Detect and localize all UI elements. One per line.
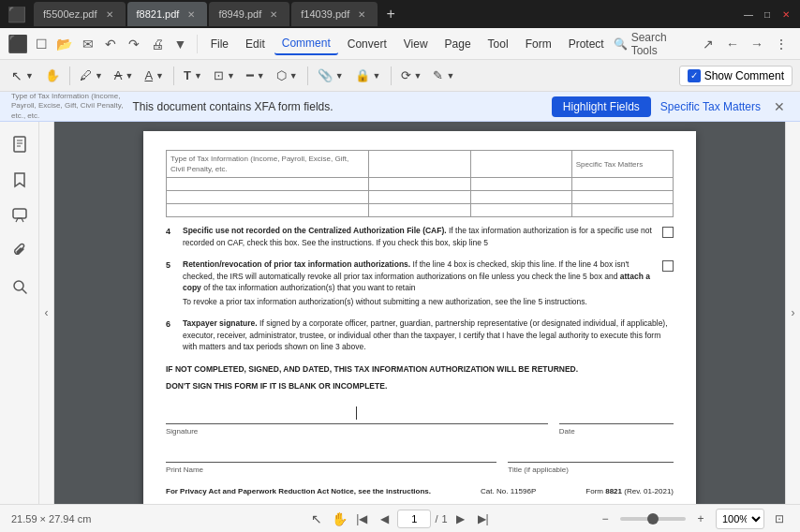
page-number-input[interactable] <box>397 510 431 528</box>
tab-f14039[interactable]: f14039.pdf ✕ <box>291 2 378 26</box>
new-tab-button[interactable]: + <box>379 3 402 25</box>
line-dropdown-icon: ▼ <box>257 71 265 81</box>
hand-tool-button[interactable]: ✋ <box>330 510 348 528</box>
underline-dropdown-icon: ▼ <box>156 71 164 81</box>
sidebar-icon-search[interactable] <box>5 272 35 302</box>
tab-close-f5500ez[interactable]: ✕ <box>103 7 116 21</box>
menu-file[interactable]: File <box>203 34 236 54</box>
show-comment-button[interactable]: ✓ Show Comment <box>679 66 793 86</box>
tool-pan[interactable]: ✋ <box>41 64 64 88</box>
tab-close-f14039[interactable]: ✕ <box>355 7 368 21</box>
tab-f5500ez[interactable]: f5500ez.pdf ✕ <box>34 2 126 26</box>
tool-highlight[interactable]: 🖊 ▼ <box>76 64 107 88</box>
tab-f8821[interactable]: f8821.pdf ✕ <box>127 2 208 26</box>
fit-window-button[interactable]: ⊡ <box>770 510 789 528</box>
sidebar-icon-bookmarks[interactable] <box>5 165 35 195</box>
customize-icon[interactable]: ▼ <box>170 33 191 55</box>
document-area[interactable]: Type of Tax Information (Income, Payroll… <box>54 122 785 504</box>
first-page-button[interactable]: |◀ <box>352 510 371 528</box>
text-icon: T <box>184 68 191 82</box>
svg-line-6 <box>22 289 26 293</box>
print-icon[interactable]: 🖨 <box>146 33 168 55</box>
maximize-button[interactable]: □ <box>761 7 774 21</box>
tool-attach[interactable]: 📎 ▼ <box>314 64 348 88</box>
minimize-button[interactable]: — <box>742 7 755 21</box>
more-options-icon[interactable]: ⋮ <box>770 33 793 55</box>
prev-page-button[interactable]: ◀ <box>375 510 393 528</box>
shapes-dropdown-icon: ▼ <box>289 71 298 81</box>
notification-above-text2: Payroll, Excise, Gift, Civil Penalty, <box>11 101 123 111</box>
tool-more[interactable]: ⟳ ▼ <box>397 64 426 88</box>
signature-line <box>166 404 548 424</box>
nav-back-icon[interactable]: ← <box>721 33 744 55</box>
table-row <box>167 178 674 191</box>
tab-close-f8821[interactable]: ✕ <box>185 7 198 21</box>
table-row <box>167 204 674 217</box>
sidebar-icon-pages[interactable] <box>5 129 35 159</box>
tool-text[interactable]: T ▼ <box>180 64 206 88</box>
tab-close-f8949[interactable]: ✕ <box>267 7 280 21</box>
nav-forward-icon[interactable]: → <box>746 33 768 55</box>
zoom-slider[interactable] <box>620 517 686 521</box>
redo-icon[interactable]: ↷ <box>124 33 145 55</box>
menu-convert[interactable]: Convert <box>340 34 394 54</box>
right-panel-collapse[interactable]: › <box>785 122 800 504</box>
table-row <box>167 191 674 204</box>
more-dropdown-icon: ▼ <box>414 71 422 81</box>
menu-view[interactable]: View <box>396 34 436 54</box>
tool-callout[interactable]: ⊡ ▼ <box>210 64 239 88</box>
section-6-content: Taxpayer signature. If signed by a corpo… <box>183 318 674 353</box>
tool-underline[interactable]: A ▼ <box>141 64 168 88</box>
tab-f8949[interactable]: f8949.pdf ✕ <box>209 2 289 26</box>
specific-tax-link[interactable]: Specific Tax Matters <box>660 100 761 113</box>
section-4-checkbox[interactable] <box>662 227 674 238</box>
shapes-icon: ⬡ <box>276 68 287 82</box>
zoom-in-button[interactable]: + <box>691 510 710 528</box>
tool-edit[interactable]: ✎ ▼ <box>429 64 458 88</box>
close-notification-button[interactable]: ✕ <box>770 97 789 116</box>
close-button[interactable]: ✕ <box>779 7 793 21</box>
tool-shapes[interactable]: ⬡ ▼ <box>273 64 302 88</box>
toolbar-sep-4 <box>391 66 392 85</box>
tool-line[interactable]: ━ ▼ <box>243 64 269 88</box>
date-label: Date <box>559 426 674 436</box>
window-controls: — □ ✕ <box>742 7 793 21</box>
tool-select[interactable]: ↖ ▼ <box>7 64 37 88</box>
sidebar-icon-comments[interactable] <box>5 200 35 230</box>
stamp-icon: 🔒 <box>355 68 370 82</box>
section-5-checkbox[interactable] <box>662 260 674 272</box>
zoom-select[interactable]: 100% 75% 125% 150% Fit Page <box>716 509 764 529</box>
tool-stamp[interactable]: 🔒 ▼ <box>351 64 385 88</box>
tab-label: f8949.pdf <box>218 8 261 20</box>
last-page-button[interactable]: ▶| <box>474 510 493 528</box>
cursor-tool-button[interactable]: ↖ <box>307 510 326 528</box>
highlight-fields-button[interactable]: Highlight Fields <box>552 96 651 117</box>
menu-protect[interactable]: Protect <box>561 34 612 54</box>
email-icon[interactable]: ✉ <box>77 33 98 55</box>
status-bar-left: 21.59 × 27.94 cm <box>11 513 300 525</box>
search-tools[interactable]: 🔍 Search Tools <box>614 31 691 57</box>
zoom-out-button[interactable]: − <box>596 510 615 528</box>
menu-edit[interactable]: Edit <box>238 34 273 54</box>
strikethrough-icon: A <box>114 68 123 82</box>
external-link-icon[interactable]: ↗ <box>697 33 719 55</box>
sidebar-icon-attachments[interactable] <box>5 236 35 266</box>
open-file-icon[interactable]: 📂 <box>53 33 75 55</box>
menu-icon-acrobat[interactable]: ⬛ <box>7 33 29 55</box>
menu-form[interactable]: Form <box>518 34 559 54</box>
print-name-line <box>166 442 496 463</box>
show-comment-checkbox[interactable]: ✓ <box>688 69 701 82</box>
menu-page[interactable]: Page <box>437 34 479 54</box>
menu-comment[interactable]: Comment <box>274 33 338 55</box>
tool-strikethrough[interactable]: A ▼ <box>111 64 138 88</box>
next-page-button[interactable]: ▶ <box>452 510 470 528</box>
pdf-page: Type of Tax Information (Income, Payroll… <box>143 131 696 504</box>
left-panel-collapse[interactable]: ‹ <box>39 122 54 504</box>
highlight-dropdown-icon: ▼ <box>95 71 103 81</box>
top-table: Type of Tax Information (Income, Payroll… <box>166 150 674 217</box>
zoom-slider-thumb[interactable] <box>647 513 659 525</box>
menu-tool[interactable]: Tool <box>481 34 516 54</box>
new-file-icon[interactable]: ☐ <box>31 33 52 55</box>
attach-icon: 📎 <box>318 68 333 82</box>
undo-icon[interactable]: ↶ <box>100 33 122 55</box>
